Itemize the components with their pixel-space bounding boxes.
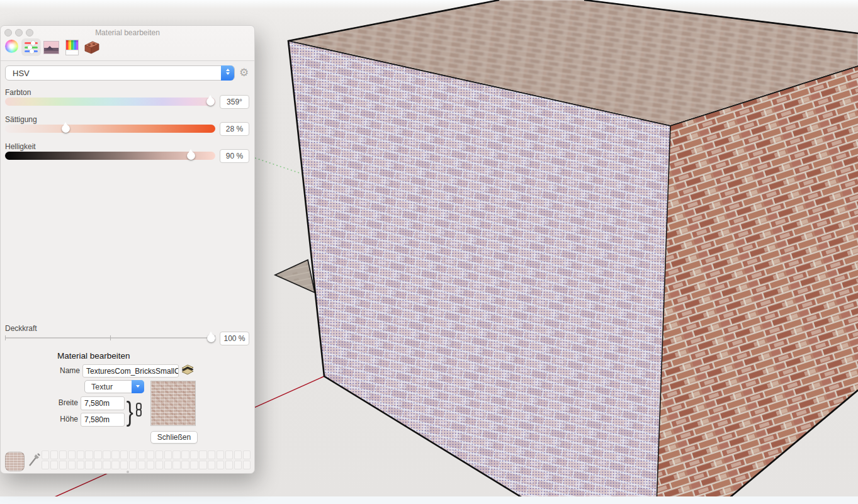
panel-titlebar[interactable]: Material bearbeiten bbox=[1, 26, 254, 61]
swatch-cell[interactable] bbox=[199, 461, 206, 469]
swatch-cell[interactable] bbox=[181, 461, 189, 469]
swatch-cell[interactable] bbox=[77, 461, 84, 469]
material-brick-icon[interactable] bbox=[82, 39, 100, 56]
swatch-cell[interactable] bbox=[94, 461, 101, 469]
swatch-cell[interactable] bbox=[155, 461, 163, 469]
swatch-cell[interactable] bbox=[199, 451, 206, 459]
select-stepper[interactable] bbox=[221, 65, 234, 81]
swatch-grid bbox=[42, 451, 251, 469]
panel-resize-dot[interactable] bbox=[127, 471, 129, 473]
swatch-cell[interactable] bbox=[50, 461, 58, 469]
aspect-brace: } bbox=[127, 393, 133, 430]
swatch-cell[interactable] bbox=[68, 461, 76, 469]
color-mode-select[interactable]: HSV bbox=[5, 65, 235, 81]
swatch-cell[interactable] bbox=[234, 451, 242, 459]
swatch-cell[interactable] bbox=[138, 451, 145, 459]
hue-label: Farbton bbox=[5, 88, 31, 97]
swatch-cell[interactable] bbox=[129, 451, 137, 459]
texture-stack-icon[interactable] bbox=[180, 362, 195, 378]
swatch-cell[interactable] bbox=[111, 461, 119, 469]
swatch-cell[interactable] bbox=[42, 461, 49, 469]
swatch-cell[interactable] bbox=[225, 451, 233, 459]
brightness-slider-thumb[interactable] bbox=[187, 152, 195, 160]
swatch-cell[interactable] bbox=[155, 451, 163, 459]
swatch-cell[interactable] bbox=[85, 461, 93, 469]
swatch-cell[interactable] bbox=[129, 461, 137, 469]
texture-preview[interactable] bbox=[150, 381, 196, 426]
height-input[interactable]: 7,580m bbox=[81, 413, 125, 427]
hue-slider[interactable] bbox=[5, 98, 215, 106]
swatch-cell[interactable] bbox=[138, 461, 145, 469]
swatch-cell[interactable] bbox=[164, 461, 172, 469]
swatch-cell[interactable] bbox=[225, 461, 233, 469]
swatch-cell[interactable] bbox=[94, 451, 101, 459]
swatch-cell[interactable] bbox=[59, 451, 67, 459]
swatch-cell[interactable] bbox=[181, 451, 189, 459]
saturation-slider[interactable] bbox=[5, 125, 215, 133]
brightness-value[interactable]: 90 % bbox=[220, 149, 249, 163]
chevron-up-icon bbox=[226, 69, 230, 71]
gear-icon[interactable]: ⚙ bbox=[239, 65, 252, 79]
hue-value[interactable]: 359° bbox=[220, 95, 249, 109]
swatch-cell[interactable] bbox=[172, 451, 180, 459]
brightness-slider[interactable] bbox=[5, 152, 215, 160]
swatch-cell[interactable] bbox=[50, 451, 58, 459]
swatch-cell[interactable] bbox=[147, 461, 154, 469]
material-edit-heading: Material bearbeiten bbox=[57, 351, 130, 361]
opacity-slider[interactable] bbox=[5, 333, 215, 342]
swatch-cell[interactable] bbox=[120, 461, 128, 469]
height-label: Höhe bbox=[38, 415, 78, 423]
viewport-bottom-band bbox=[0, 496, 858, 504]
swatch-cell[interactable] bbox=[103, 461, 110, 469]
swatch-cell[interactable] bbox=[217, 461, 224, 469]
swatch-cell[interactable] bbox=[234, 461, 242, 469]
select-chevron[interactable] bbox=[132, 380, 144, 393]
chevron-down-icon bbox=[226, 72, 230, 75]
material-edit-panel: Material bearbeiten HSV bbox=[0, 25, 255, 474]
swatch-cell[interactable] bbox=[164, 451, 172, 459]
opacity-slider-thumb[interactable] bbox=[207, 334, 215, 342]
pencils-icon[interactable] bbox=[65, 40, 79, 55]
material-type-select[interactable]: Textur bbox=[84, 380, 144, 393]
opacity-tick bbox=[110, 335, 111, 340]
swatch-cell[interactable] bbox=[147, 451, 154, 459]
image-palettes-icon[interactable] bbox=[43, 41, 59, 54]
width-input[interactable]: 7,580m bbox=[81, 396, 125, 410]
swatch-cell[interactable] bbox=[208, 461, 215, 469]
material-name-input[interactable]: TexturesCom_BricksSmallO bbox=[82, 364, 179, 378]
saturation-label: Sättigung bbox=[5, 115, 37, 124]
swatch-cell[interactable] bbox=[42, 451, 49, 459]
swatch-cell[interactable] bbox=[85, 451, 93, 459]
color-wheel-icon[interactable] bbox=[5, 40, 18, 53]
swatch-cell[interactable] bbox=[190, 461, 198, 469]
close-texture-button[interactable]: Schließen bbox=[150, 431, 198, 444]
swatch-cell[interactable] bbox=[243, 451, 251, 459]
window-title: Material bearbeiten bbox=[1, 28, 254, 37]
aspect-lock-chain-icon[interactable] bbox=[136, 409, 142, 417]
swatch-cell[interactable] bbox=[103, 451, 110, 459]
color-sliders-tab-selected[interactable] bbox=[21, 38, 41, 56]
opacity-label: Deckkraft bbox=[5, 324, 37, 333]
opacity-value[interactable]: 100 % bbox=[220, 332, 249, 345]
swatch-cell[interactable] bbox=[111, 451, 119, 459]
current-material-swatch[interactable] bbox=[5, 452, 25, 471]
eyedropper-icon[interactable] bbox=[27, 452, 41, 468]
swatch-cell[interactable] bbox=[120, 451, 128, 459]
swatch-cell[interactable] bbox=[68, 451, 76, 459]
saturation-slider-thumb[interactable] bbox=[62, 125, 70, 133]
saturation-value[interactable]: 28 % bbox=[220, 122, 249, 136]
swatch-cell[interactable] bbox=[243, 461, 251, 469]
opacity-tick bbox=[5, 335, 6, 340]
swatch-cell[interactable] bbox=[77, 451, 84, 459]
name-label: Name bbox=[38, 366, 80, 375]
color-mode-value: HSV bbox=[13, 69, 30, 78]
brightness-label: Helligkeit bbox=[5, 142, 36, 151]
swatch-cell[interactable] bbox=[208, 451, 215, 459]
swatch-cell[interactable] bbox=[190, 451, 198, 459]
hue-slider-thumb[interactable] bbox=[206, 98, 215, 106]
width-label: Breite bbox=[38, 398, 78, 407]
material-type-value: Textur bbox=[91, 383, 113, 391]
swatch-cell[interactable] bbox=[217, 451, 224, 459]
swatch-cell[interactable] bbox=[172, 461, 180, 469]
swatch-cell[interactable] bbox=[59, 461, 67, 469]
